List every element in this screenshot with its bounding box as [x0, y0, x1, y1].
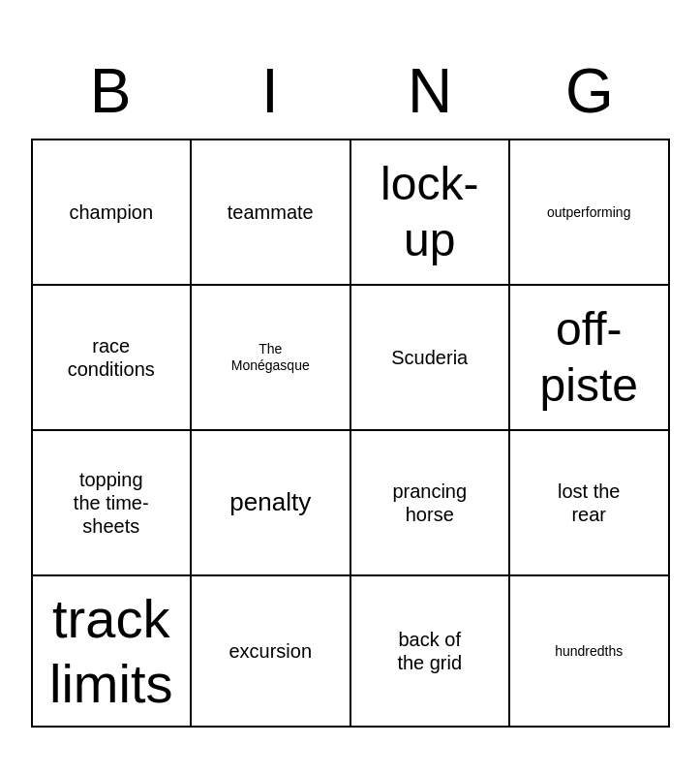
cell-text: The Monégasque [231, 341, 310, 374]
cell-text: excursion [228, 639, 312, 663]
bingo-cell: lock- up [351, 140, 511, 286]
bingo-cell: outperforming [510, 140, 670, 286]
bingo-letter: G [510, 47, 670, 135]
bingo-cell: The Monégasque [192, 286, 351, 431]
cell-text: hundredths [555, 643, 623, 660]
cell-text: teammate [228, 201, 314, 224]
bingo-cell: hundredths [510, 576, 670, 728]
bingo-letter: N [350, 47, 510, 135]
cell-text: off- piste [540, 301, 638, 413]
cell-text: lost the rear [558, 480, 620, 526]
cell-text: track limits [49, 586, 173, 716]
bingo-cell: penalty [192, 431, 351, 576]
bingo-header: BING [31, 47, 670, 135]
bingo-cell: excursion [192, 576, 351, 728]
cell-text: outperforming [547, 204, 630, 221]
cell-text: lock- up [380, 156, 478, 267]
bingo-cell: topping the time- sheets [33, 431, 193, 576]
cell-text: champion [69, 201, 153, 224]
bingo-cell: lost the rear [510, 431, 670, 576]
cell-text: race conditions [68, 334, 155, 381]
bingo-cell: prancing horse [351, 431, 511, 576]
bingo-cell: teammate [192, 140, 351, 286]
bingo-grid: championteammatelock- upoutperformingrac… [31, 139, 670, 728]
cell-text: penalty [229, 487, 311, 517]
bingo-cell: track limits [33, 576, 193, 728]
cell-text: topping the time- sheets [74, 468, 149, 538]
bingo-cell: Scuderia [351, 286, 511, 431]
bingo-cell: race conditions [33, 286, 193, 431]
bingo-letter: I [191, 47, 350, 135]
bingo-cell: off- piste [510, 286, 670, 431]
bingo-cell: back of the grid [351, 576, 511, 728]
cell-text: back of the grid [397, 628, 462, 674]
cell-text: prancing horse [392, 480, 467, 526]
bingo-cell: champion [33, 140, 193, 286]
bingo-card: BING championteammatelock- upoutperformi… [21, 38, 680, 738]
bingo-letter: B [31, 47, 191, 135]
cell-text: Scuderia [391, 346, 468, 369]
